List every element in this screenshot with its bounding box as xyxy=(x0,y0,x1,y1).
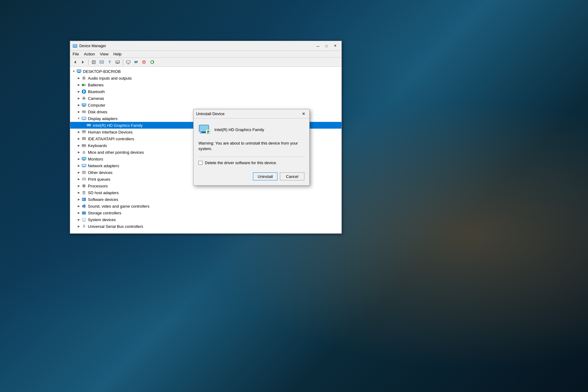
svg-rect-50 xyxy=(82,117,86,119)
device-manager-window: Device Manager — □ ✕ File Action View He… xyxy=(70,41,342,234)
tree-item-batteries[interactable]: ▶ Batteries xyxy=(70,81,341,88)
close-button[interactable]: ✕ xyxy=(331,43,339,49)
usb-label: Universal Serial Bus controllers xyxy=(88,224,341,229)
battery-icon xyxy=(81,82,87,88)
batteries-label: Batteries xyxy=(88,83,341,87)
other-icon: ? xyxy=(81,170,87,175)
print-expander[interactable]: ▶ xyxy=(76,177,81,182)
processor-icon xyxy=(81,183,87,189)
sound-icon xyxy=(81,203,87,209)
svg-rect-7 xyxy=(93,62,95,62)
menu-view[interactable]: View xyxy=(97,51,111,57)
system-expander[interactable]: ▶ xyxy=(76,217,81,222)
tree-item-sd[interactable]: ▶ SD host adapters xyxy=(70,189,341,196)
svg-rect-41 xyxy=(82,104,86,106)
tree-item-storage[interactable]: ▶ Storage controllers xyxy=(70,209,341,216)
maximize-button[interactable]: □ xyxy=(322,43,330,49)
sd-expander[interactable]: ▶ xyxy=(76,190,81,195)
dialog-title: Uninstall Device xyxy=(196,111,300,116)
tree-root[interactable]: ▼ DESKTOP-B3CRIOB xyxy=(70,68,341,75)
dialog-close-button[interactable]: ✕ xyxy=(300,111,307,117)
tree-item-cameras[interactable]: ▶ Cameras xyxy=(70,95,341,102)
camera-icon xyxy=(81,96,87,101)
menu-action[interactable]: Action xyxy=(81,51,97,57)
dialog-buttons: Uninstall Cancel xyxy=(198,170,304,183)
help-button[interactable]: ? xyxy=(106,58,113,66)
processors-expander[interactable]: ▶ xyxy=(76,183,81,188)
svg-rect-1 xyxy=(73,45,77,47)
forward-button[interactable] xyxy=(79,58,87,66)
batteries-expander[interactable]: ▶ xyxy=(76,82,81,87)
delete-driver-checkbox[interactable] xyxy=(198,161,202,165)
tree-item-software[interactable]: ▶ Software devices xyxy=(70,196,341,203)
svg-rect-122 xyxy=(208,132,209,134)
network-expander[interactable]: ▶ xyxy=(76,163,81,168)
svg-rect-2 xyxy=(74,47,76,47)
svg-rect-97 xyxy=(83,191,84,192)
svg-rect-74 xyxy=(83,160,85,160)
svg-point-107 xyxy=(85,212,85,213)
disk-expander[interactable]: ▶ xyxy=(76,109,81,114)
bluetooth-expander[interactable]: ▶ xyxy=(76,89,81,94)
svg-rect-75 xyxy=(83,160,85,160)
monitors-expander[interactable]: ▶ xyxy=(76,156,81,161)
add-driver-button[interactable] xyxy=(133,58,140,66)
tree-item-system[interactable]: ▶ System devices xyxy=(70,216,341,223)
audio-label: Audio inputs and outputs xyxy=(88,76,341,81)
uninstall-dialog: Uninstall Device ✕ xyxy=(193,109,310,186)
display-button[interactable] xyxy=(125,58,132,66)
menu-file[interactable]: File xyxy=(70,51,81,57)
storage-label: Storage controllers xyxy=(88,211,341,215)
svg-rect-68 xyxy=(85,145,85,146)
sound-expander[interactable]: ▶ xyxy=(76,204,81,209)
svg-rect-114 xyxy=(83,226,84,227)
svg-point-39 xyxy=(84,98,85,99)
svg-rect-84 xyxy=(83,179,85,180)
tree-item-bluetooth[interactable]: ▶ Bluetooth xyxy=(70,88,341,95)
svg-marker-4 xyxy=(82,61,84,64)
dialog-warning: Warning: You are about to uninstall this… xyxy=(198,141,304,152)
display-expander[interactable]: ▼ xyxy=(76,116,81,121)
other-expander[interactable]: ▶ xyxy=(76,170,81,175)
usb-expander[interactable]: ▶ xyxy=(76,224,81,229)
menu-help[interactable]: Help xyxy=(111,51,124,57)
update-driver-button[interactable] xyxy=(98,58,105,66)
uninstall-button[interactable]: Uninstall xyxy=(253,172,277,180)
computer-label: Computer xyxy=(88,103,341,107)
tree-item-usb[interactable]: ▶ Universal Serial Bus controllers xyxy=(70,223,341,230)
svg-rect-57 xyxy=(84,131,85,132)
svg-rect-6 xyxy=(93,61,95,62)
software-expander[interactable]: ▶ xyxy=(76,197,81,202)
svg-rect-48 xyxy=(82,112,84,112)
refresh-button[interactable] xyxy=(149,58,156,66)
separator-2 xyxy=(123,59,123,65)
svg-rect-64 xyxy=(84,145,85,145)
computer-expander[interactable]: ▶ xyxy=(76,103,81,107)
mice-expander[interactable]: ▶ xyxy=(76,150,81,155)
scan-button[interactable] xyxy=(114,58,121,66)
root-expander[interactable]: ▼ xyxy=(71,69,76,74)
computer-icon2 xyxy=(81,102,87,108)
svg-point-32 xyxy=(83,77,85,79)
audio-expander[interactable]: ▶ xyxy=(76,76,81,81)
minimize-button[interactable]: — xyxy=(314,43,322,49)
keyboards-expander[interactable]: ▶ xyxy=(76,143,81,148)
svg-marker-26 xyxy=(153,62,154,63)
svg-point-71 xyxy=(84,151,85,152)
svg-rect-56 xyxy=(83,131,84,132)
svg-rect-60 xyxy=(82,139,85,139)
tree-item-audio[interactable]: ▶ Audio inputs and outputs xyxy=(70,75,341,81)
cancel-button[interactable]: Cancel xyxy=(280,172,304,180)
tree-item-sound[interactable]: ▶ Sound, video and game controllers xyxy=(70,203,341,209)
remove-button[interactable] xyxy=(141,58,148,66)
cameras-expander[interactable]: ▶ xyxy=(76,96,81,101)
hid-expander[interactable]: ▶ xyxy=(76,130,81,134)
svg-point-108 xyxy=(85,213,85,214)
storage-expander[interactable]: ▶ xyxy=(76,210,81,215)
back-button[interactable] xyxy=(71,58,79,66)
software-icon xyxy=(81,197,87,202)
ide-expander[interactable]: ▶ xyxy=(76,136,81,141)
tree-item-computer[interactable]: ▶ Computer xyxy=(70,102,341,108)
svg-rect-8 xyxy=(93,63,94,63)
properties-button[interactable] xyxy=(90,58,97,66)
